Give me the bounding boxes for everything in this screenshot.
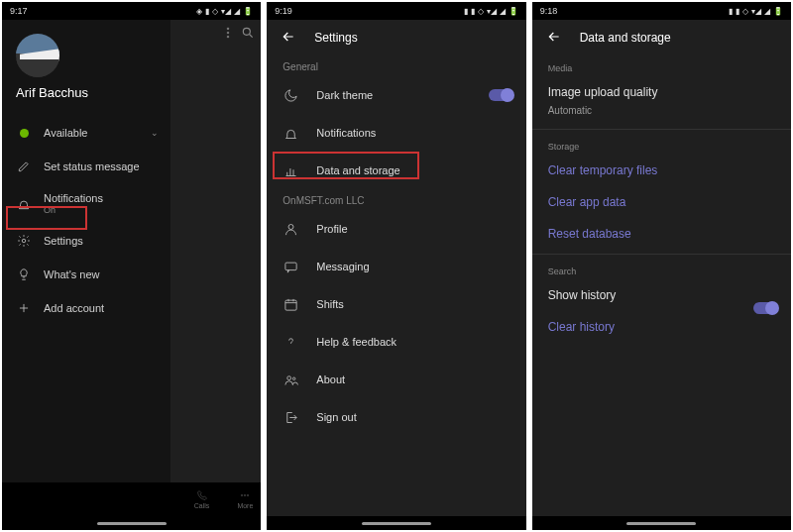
settings-header: Settings xyxy=(267,20,525,55)
svg-point-6 xyxy=(245,494,247,496)
question-icon xyxy=(283,334,298,350)
sign-out-row[interactable]: Sign out xyxy=(267,398,525,436)
exit-icon xyxy=(283,409,298,425)
whats-new-label: What's new xyxy=(44,268,100,280)
status-icons: ▮ ▮ ◇ ▾◢ ◢ 🔋 xyxy=(464,7,518,16)
upload-quality-row[interactable]: Image upload quality Automatic xyxy=(532,76,791,125)
android-nav xyxy=(267,516,525,530)
data-storage-row[interactable]: Data and storage xyxy=(267,152,525,189)
reset-db-row[interactable]: Reset database xyxy=(532,218,791,250)
section-media: Media xyxy=(532,55,791,76)
svg-point-2 xyxy=(227,32,229,34)
bottom-nav: Calls More xyxy=(2,482,261,516)
more-icon[interactable] xyxy=(221,26,235,44)
header-title: Data and storage xyxy=(580,31,671,45)
status-icons: ◈ ▮ ◇ ▾◢ ◢ 🔋 xyxy=(196,7,253,16)
set-status-row[interactable]: Set status message xyxy=(2,150,170,183)
profile-row[interactable]: Profile xyxy=(267,210,525,248)
shifts-row[interactable]: Shifts xyxy=(267,285,525,323)
clear-history-row[interactable]: Clear history xyxy=(532,311,791,343)
svg-point-5 xyxy=(242,494,244,496)
teams-icon xyxy=(283,372,298,387)
chevron-down-icon: ⌄ xyxy=(151,128,159,138)
add-account-row[interactable]: Add account xyxy=(2,291,170,325)
notifications-row[interactable]: Notifications xyxy=(267,114,525,152)
presence-label: Available xyxy=(44,127,87,139)
whats-new-row[interactable]: What's new xyxy=(2,258,170,291)
android-nav xyxy=(532,516,791,530)
svg-point-8 xyxy=(288,224,293,229)
android-nav xyxy=(2,516,261,530)
nav-drawer: Arif Bacchus Available ⌄ Set status mess… xyxy=(2,20,170,482)
add-account-label: Add account xyxy=(44,302,104,314)
dark-theme-row[interactable]: Dark theme xyxy=(267,76,525,114)
svg-rect-9 xyxy=(285,263,296,270)
calendar-icon xyxy=(283,296,298,312)
data-storage-header: Data and storage xyxy=(532,20,791,55)
section-storage: Storage xyxy=(532,134,791,155)
show-history-row[interactable]: Show history xyxy=(532,279,791,311)
nav-calls[interactable]: Calls xyxy=(194,489,210,509)
status-icons: ▮ ▮ ◇ ▾◢ ◢ 🔋 xyxy=(729,7,783,16)
svg-point-4 xyxy=(244,28,251,35)
screen-data-storage: 9:18 ▮ ▮ ◇ ▾◢ ◢ 🔋 Data and storage Media… xyxy=(532,2,791,530)
notifications-label: Notifications On xyxy=(44,192,103,215)
svg-point-1 xyxy=(227,28,229,30)
moon-icon xyxy=(283,87,298,103)
username: Arif Bacchus xyxy=(16,85,170,100)
chat-icon xyxy=(283,259,298,274)
status-bar: 9:17 ◈ ▮ ◇ ▾◢ ◢ 🔋 xyxy=(2,2,261,20)
svg-point-0 xyxy=(22,239,26,243)
set-status-label: Set status message xyxy=(44,160,140,172)
svg-rect-10 xyxy=(285,300,296,310)
help-row[interactable]: Help & feedback xyxy=(267,323,525,361)
clear-app-row[interactable]: Clear app data xyxy=(532,186,791,218)
back-button[interactable] xyxy=(281,29,296,48)
header-title: Settings xyxy=(314,31,357,45)
status-time: 9:17 xyxy=(10,6,28,16)
section-search: Search xyxy=(532,259,791,279)
search-icon[interactable] xyxy=(241,26,255,44)
screen-profile-drawer: 9:17 ◈ ▮ ◇ ▾◢ ◢ 🔋 Arif Bacchus Available… xyxy=(2,2,261,530)
back-button[interactable] xyxy=(546,29,562,48)
settings-row[interactable]: Settings xyxy=(2,224,170,258)
svg-point-3 xyxy=(227,36,229,38)
presence-row[interactable]: Available ⌄ xyxy=(2,116,170,150)
messaging-row[interactable]: Messaging xyxy=(267,248,525,285)
settings-label: Settings xyxy=(44,235,83,247)
clear-temp-row[interactable]: Clear temporary files xyxy=(532,155,791,186)
svg-point-7 xyxy=(248,494,250,496)
status-bar: 9:19 ▮ ▮ ◇ ▾◢ ◢ 🔋 xyxy=(267,2,525,20)
avatar[interactable] xyxy=(16,34,59,77)
screen-settings: 9:19 ▮ ▮ ◇ ▾◢ ◢ 🔋 Settings General Dark … xyxy=(267,2,525,530)
dark-theme-toggle[interactable] xyxy=(489,89,512,101)
edit-icon xyxy=(16,159,32,174)
status-bar: 9:18 ▮ ▮ ◇ ▾◢ ◢ 🔋 xyxy=(532,2,791,20)
svg-point-12 xyxy=(292,377,295,380)
person-icon xyxy=(283,221,298,237)
nav-more[interactable]: More xyxy=(237,489,253,509)
svg-point-11 xyxy=(287,375,291,379)
gear-icon xyxy=(16,233,32,249)
chart-icon xyxy=(283,162,298,178)
plus-icon xyxy=(16,300,32,316)
section-org: OnMSFT.com LLC xyxy=(267,189,525,210)
bell-icon xyxy=(16,196,32,212)
bulb-icon xyxy=(16,266,32,282)
status-time: 9:19 xyxy=(275,6,292,16)
notifications-row[interactable]: Notifications On xyxy=(2,183,170,224)
bell-icon xyxy=(283,125,298,141)
status-time: 9:18 xyxy=(540,6,558,16)
section-general: General xyxy=(267,55,525,76)
main-dimmed xyxy=(170,20,261,482)
about-row[interactable]: About xyxy=(267,361,525,398)
presence-dot-icon xyxy=(16,125,32,141)
